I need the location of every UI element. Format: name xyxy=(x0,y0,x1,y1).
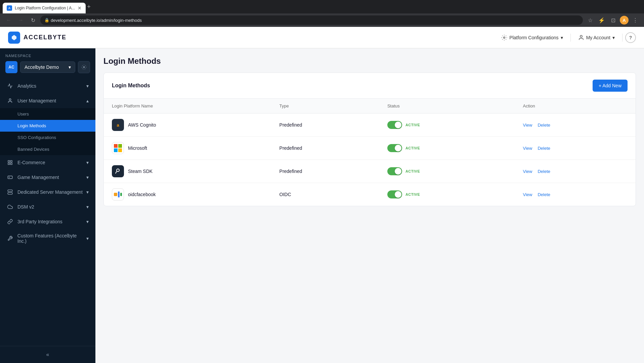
forward-button[interactable]: → xyxy=(16,15,26,25)
oidc-action-cell: View Delete xyxy=(515,183,636,206)
sidebar-item-label-dedicated-server: Dedicated Server Management xyxy=(17,189,83,195)
sidebar-item-ecommerce[interactable]: E-Commerce ▾ xyxy=(0,155,95,170)
profile-avatar[interactable]: A xyxy=(620,16,629,25)
aws-status-badge: ACTIVE xyxy=(405,123,420,127)
more-menu-icon[interactable]: ⋮ xyxy=(631,15,640,25)
help-button[interactable]: ? xyxy=(625,32,636,43)
sidebar-item-label-user-management: User Management xyxy=(17,98,56,103)
header-right: Platform Configurations ▾ My Account ▾ ? xyxy=(497,32,636,43)
svg-rect-6 xyxy=(8,163,10,165)
steam-name-cell: Steam SDK xyxy=(104,160,271,183)
address-bar[interactable]: 🔒 development.accelbyte.io/admin/login-m… xyxy=(40,15,583,25)
extensions-icon[interactable]: ⚡ xyxy=(597,15,606,25)
ecommerce-chevron-icon: ▾ xyxy=(86,160,89,165)
platform-config-button[interactable]: Platform Configurations ▾ xyxy=(497,32,567,43)
collapse-icon: « xyxy=(46,352,49,358)
my-account-button[interactable]: My Account ▾ xyxy=(573,32,619,43)
sidebar-item-dedicated-server[interactable]: Dedicated Server Management ▾ xyxy=(0,185,95,199)
refresh-button[interactable]: ↻ xyxy=(28,15,38,25)
card-header: Login Methods + Add New xyxy=(104,73,636,99)
sidebar-item-label-dsm-v2: DSM v2 xyxy=(17,204,34,210)
custom-features-chevron-icon: ▾ xyxy=(86,236,89,241)
login-methods-label: Login Methods xyxy=(17,123,46,128)
svg-rect-20 xyxy=(120,193,122,196)
aws-toggle[interactable] xyxy=(387,121,402,129)
tab-close-button[interactable]: ✕ xyxy=(78,5,82,11)
steam-delete-link[interactable]: Delete xyxy=(538,169,550,174)
platform-config-chevron: ▾ xyxy=(561,35,563,40)
sidebar-item-user-management[interactable]: User Management ▴ xyxy=(0,93,95,108)
aws-cognito-name: AWS Cognito xyxy=(128,122,156,128)
namespace-section: NAMESPACE AC Accelbyte Demo ▾ xyxy=(0,48,95,76)
microsoft-toggle[interactable] xyxy=(387,144,402,152)
namespace-badge: AC xyxy=(5,61,17,73)
sidebar-item-dsm-v2[interactable]: DSM v2 ▾ xyxy=(0,199,95,214)
sidebar-item-third-party[interactable]: 3rd Party Integrations ▾ xyxy=(0,214,95,229)
bookmark-icon[interactable]: ☆ xyxy=(586,15,595,25)
analytics-chevron-icon: ▾ xyxy=(86,83,89,89)
svg-point-0 xyxy=(504,37,505,38)
add-new-button[interactable]: + Add New xyxy=(593,80,628,92)
steam-view-link[interactable]: View xyxy=(523,169,532,174)
microsoft-action-cell: View Delete xyxy=(515,137,636,160)
sidebar-collapse-button[interactable]: « xyxy=(0,346,95,363)
svg-rect-9 xyxy=(8,190,12,191)
login-methods-card: Login Methods + Add New Login Platform N… xyxy=(103,73,636,206)
namespace-dropdown[interactable]: Accelbyte Demo ▾ xyxy=(20,61,75,73)
namespace-chevron-icon: ▾ xyxy=(69,64,71,70)
my-account-chevron: ▾ xyxy=(612,35,615,40)
sidebar-child-sso-configurations[interactable]: SSO Configurations xyxy=(0,132,95,143)
steam-toggle[interactable] xyxy=(387,167,402,175)
back-button[interactable]: ← xyxy=(4,15,13,25)
login-methods-table: Login Platform Name Type Status Action xyxy=(104,99,636,206)
logo-text: ACCELBYTE xyxy=(24,34,67,41)
oidc-toggle[interactable] xyxy=(387,190,402,198)
sidebar-item-custom-features[interactable]: Custom Features (Accelbyte Inc.) ▾ xyxy=(0,229,95,248)
app: ACCELBYTE Platform Configurations ▾ My A… xyxy=(0,27,644,363)
dsm-icon xyxy=(7,203,13,210)
gear-icon xyxy=(501,35,507,41)
aws-view-link[interactable]: View xyxy=(523,123,532,128)
settings-icon xyxy=(81,64,87,70)
tab-title: Login Platform Configuration | A... xyxy=(15,6,75,10)
browser-tab-active[interactable]: A Login Platform Configuration | A... ✕ xyxy=(3,3,86,13)
oidc-view-link[interactable]: View xyxy=(523,192,532,197)
microsoft-status-cell: ACTIVE xyxy=(379,137,515,160)
oidc-status-cell: ACTIVE xyxy=(379,183,515,206)
sidebar-child-users[interactable]: Users xyxy=(0,108,95,120)
svg-rect-10 xyxy=(8,192,12,194)
sidebar-item-analytics[interactable]: Analytics ▾ xyxy=(0,79,95,93)
microsoft-delete-link[interactable]: Delete xyxy=(538,146,550,151)
window-icon[interactable]: ⊡ xyxy=(608,15,618,25)
oidc-delete-link[interactable]: Delete xyxy=(538,192,550,197)
main-layout: NAMESPACE AC Accelbyte Demo ▾ xyxy=(0,48,644,363)
microsoft-icon xyxy=(112,142,124,154)
sso-configurations-label: SSO Configurations xyxy=(17,135,56,140)
namespace-gear-button[interactable] xyxy=(78,61,90,73)
microsoft-view-link[interactable]: View xyxy=(523,146,532,151)
steam-icon xyxy=(112,165,124,177)
aws-status-cell: ACTIVE xyxy=(379,114,515,137)
sidebar-child-login-methods[interactable]: Login Methods xyxy=(0,120,95,132)
oidc-icon xyxy=(112,188,124,200)
sidebar-child-banned-devices[interactable]: Banned Devices xyxy=(0,143,95,155)
steam-status-cell: ACTIVE xyxy=(379,160,515,183)
browser-toolbar-right: ☆ ⚡ ⊡ A ⋮ xyxy=(586,15,640,25)
svg-rect-18 xyxy=(114,193,117,196)
new-tab-button[interactable]: + xyxy=(87,3,91,10)
users-label: Users xyxy=(17,111,29,117)
browser-tabs: A Login Platform Configuration | A... ✕ … xyxy=(3,0,91,13)
sidebar-item-game-management[interactable]: Game Management ▾ xyxy=(0,170,95,185)
user-management-chevron-icon: ▴ xyxy=(86,98,89,103)
aws-type-cell: Predefined xyxy=(271,114,379,137)
user-management-children: Users Login Methods SSO Configurations B… xyxy=(0,108,95,155)
aws-delete-link[interactable]: Delete xyxy=(538,123,550,128)
svg-rect-4 xyxy=(8,161,10,162)
tab-favicon: A xyxy=(7,5,12,11)
analytics-icon xyxy=(7,83,13,89)
table-header: Login Platform Name Type Status Action xyxy=(104,99,636,114)
ecommerce-icon xyxy=(7,159,13,166)
browser-chrome: A Login Platform Configuration | A... ✕ … xyxy=(0,0,644,13)
steam-action-cell: View Delete xyxy=(515,160,636,183)
browser-toolbar: ← → ↻ 🔒 development.accelbyte.io/admin/l… xyxy=(0,13,644,27)
